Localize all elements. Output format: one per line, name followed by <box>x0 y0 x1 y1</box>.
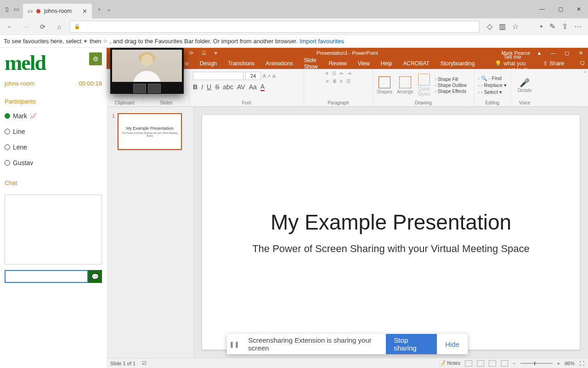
italic-button[interactable]: I <box>201 83 203 91</box>
underline-button[interactable]: U <box>207 83 211 91</box>
window-maximize-button[interactable]: ▢ <box>551 0 570 18</box>
shrink-font-icon[interactable]: A <box>268 74 271 78</box>
shadow-button[interactable]: abc <box>223 83 233 91</box>
slide-title[interactable]: My Example Presentation <box>271 210 511 235</box>
thumbnail-pane[interactable]: 1 My Example Presentation The Power of S… <box>107 107 194 358</box>
more-icon[interactable]: ⋯ <box>574 22 582 31</box>
browser-tab-active[interactable]: ▭ johns-room ✕ <box>23 4 92 18</box>
font-size-input[interactable]: 24 <box>245 72 261 80</box>
share-icon[interactable]: ⇪ <box>562 22 568 31</box>
dictate-button[interactable]: 🎤 Dictate <box>514 71 535 99</box>
case-button[interactable]: Aa <box>249 83 257 91</box>
quick-styles-button[interactable]: Quick Styles <box>418 74 430 97</box>
nav-home-button[interactable]: ⌂ <box>53 21 65 33</box>
sorter-view-icon[interactable] <box>477 360 484 367</box>
find-button[interactable]: 🔍 Find <box>478 75 507 81</box>
font-name-input[interactable] <box>193 72 243 80</box>
import-favourites-link[interactable]: Import favourites <box>300 38 344 45</box>
align-left-icon[interactable]: ≡ <box>326 79 329 84</box>
notes-icon[interactable]: ✎ <box>549 22 555 31</box>
shape-effects-button[interactable]: Shape Effects <box>435 89 467 94</box>
collapse-ribbon-icon[interactable]: ˄ <box>584 71 586 76</box>
tab-overflow-icon[interactable]: ⌄ <box>107 6 111 12</box>
pause-share-button[interactable]: ❚❚ <box>227 341 242 348</box>
nav-refresh-button[interactable]: ⟳ <box>37 21 49 33</box>
notes-button[interactable]: 📝 Notes <box>439 360 460 366</box>
participant-line[interactable]: Line <box>5 128 102 135</box>
arrange-button[interactable]: Arrange <box>397 76 413 94</box>
fit-to-window-icon[interactable]: ⛶ <box>579 361 584 366</box>
nav-back-button[interactable]: ← <box>4 21 16 33</box>
outdent-icon[interactable]: ⇥ <box>347 71 351 76</box>
align-center-icon[interactable]: ≣ <box>333 79 336 84</box>
bullets-icon[interactable]: ≡ <box>326 71 328 76</box>
window-close-button[interactable]: ✕ <box>570 0 588 18</box>
tab-close-icon[interactable]: ✕ <box>82 8 87 15</box>
grow-font-icon[interactable]: A <box>263 74 266 79</box>
address-bar[interactable]: 🔒 <box>70 21 480 33</box>
favorite-star-icon[interactable]: ☆ <box>512 22 519 31</box>
ribbon-tab-acrobat[interactable]: ACROBAT <box>403 60 430 67</box>
indent-icon[interactable]: ⇤ <box>340 71 344 76</box>
pip-thumbnail[interactable] <box>133 84 146 93</box>
zoom-value[interactable]: 86% <box>565 361 575 366</box>
chat-input[interactable] <box>5 270 88 283</box>
ribbon-tab-review[interactable]: Review <box>329 60 347 67</box>
zoom-slider[interactable] <box>520 363 553 364</box>
shape-fill-button[interactable]: Shape Fill <box>435 77 467 82</box>
font-color-button[interactable]: A <box>260 83 265 91</box>
ribbon-options-icon[interactable]: ▲ <box>535 50 544 56</box>
new-tab-button[interactable]: ＋ <box>96 6 102 13</box>
ribbon-tab-help[interactable]: Help <box>381 60 392 67</box>
slideshow-view-icon[interactable] <box>501 360 508 367</box>
hide-share-bar-button[interactable]: Hide <box>437 340 468 348</box>
favorites-hub-icon[interactable]: ⭑ <box>540 22 543 31</box>
replace-button[interactable]: Replace ▾ <box>478 82 507 88</box>
chat-send-button[interactable]: 💬 <box>88 270 102 283</box>
bold-button[interactable]: B <box>193 83 198 91</box>
pp-close-button[interactable]: ✕ <box>576 50 585 56</box>
extension-icon[interactable]: ◇ <box>487 22 492 31</box>
shape-outline-button[interactable]: Shape Outline <box>435 83 467 88</box>
zoom-in-button[interactable]: + <box>557 361 560 366</box>
pip-thumbnail[interactable] <box>148 84 161 93</box>
pp-maximize-button[interactable]: ▢ <box>562 50 571 56</box>
numbering-icon[interactable]: ☷ <box>332 71 336 76</box>
comments-icon[interactable]: 🗨 <box>580 60 585 67</box>
select-button[interactable]: Select ▾ <box>478 89 507 95</box>
columns-icon[interactable]: ☲ <box>346 79 351 84</box>
spellcheck-icon[interactable]: ☑ <box>142 360 147 366</box>
qat-dropdown-icon[interactable]: ▾ <box>215 50 217 56</box>
participant-mark[interactable]: Mark 📈 <box>5 112 102 120</box>
align-right-icon[interactable]: ≡ <box>340 79 343 84</box>
strike-button[interactable]: S <box>215 83 219 91</box>
touch-icon[interactable]: ☰ <box>202 50 206 56</box>
share-button[interactable]: ⇪ Share <box>543 60 564 67</box>
nav-forward-button[interactable]: → <box>20 21 32 33</box>
ribbon-tab[interactable]: w <box>185 60 189 67</box>
video-pip[interactable] <box>110 48 184 94</box>
clear-format-icon[interactable]: A̶ <box>272 74 276 79</box>
stop-sharing-button[interactable]: Stop sharing <box>386 334 437 354</box>
participant-lene[interactable]: Lene <box>5 144 102 151</box>
reading-view-icon[interactable] <box>489 360 496 367</box>
window-minimize-button[interactable]: — <box>533 0 551 18</box>
ribbon-tab-storyboarding[interactable]: Storyboarding <box>441 60 475 67</box>
ribbon-tab-slideshow[interactable]: Slide Show <box>304 57 318 70</box>
participant-gustav[interactable]: Gustav <box>5 159 102 167</box>
slide-canvas[interactable]: My Example Presentation The Power of Scr… <box>202 115 580 350</box>
reader-icon[interactable]: ▥ <box>499 22 506 31</box>
pp-minimize-button[interactable]: — <box>548 50 558 56</box>
slide-thumbnail[interactable]: My Example Presentation The Power of Scr… <box>118 113 182 150</box>
autosave-icon[interactable]: ⟳ <box>189 50 193 56</box>
ribbon-tab-design[interactable]: Design <box>200 60 217 67</box>
zoom-out-button[interactable]: − <box>513 361 515 366</box>
ribbon-tab-view[interactable]: View <box>358 60 370 67</box>
ribbon-tab-animations[interactable]: Animations <box>266 60 293 67</box>
normal-view-icon[interactable] <box>465 360 472 367</box>
settings-button[interactable]: ⚙ <box>89 52 102 65</box>
ribbon-tab-transitions[interactable]: Transitions <box>228 60 254 67</box>
slide-subtitle[interactable]: The Power of Screen Sharing with your Vi… <box>252 243 530 255</box>
shapes-button[interactable]: Shapes <box>377 76 392 94</box>
char-spacing-button[interactable]: AV <box>237 83 245 91</box>
